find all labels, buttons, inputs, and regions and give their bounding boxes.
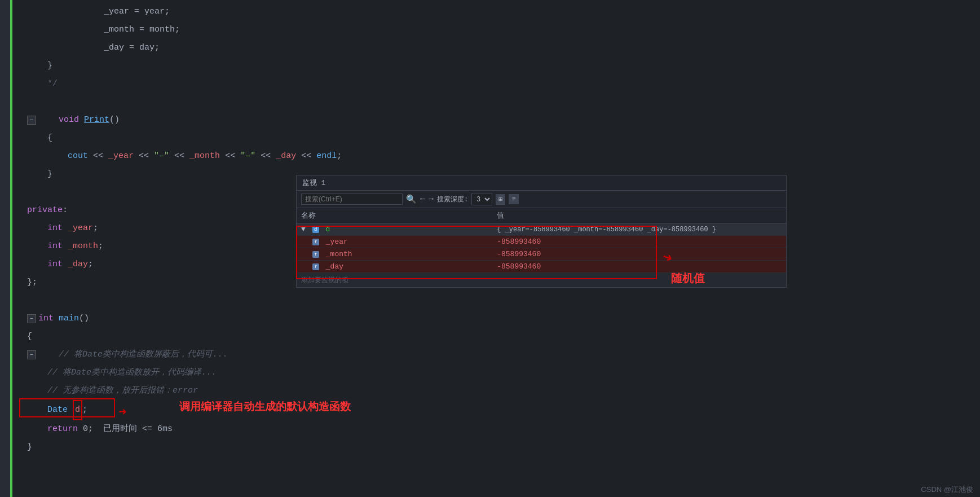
field-icon: f (312, 251, 319, 258)
code-line: _month = month; (27, 21, 980, 39)
expand-icon: ▼ (301, 225, 306, 234)
view-toggle-icon2[interactable]: ≡ (509, 194, 518, 204)
watch-field-name: _day (326, 262, 343, 271)
depth-label: 搜索深度: (437, 195, 468, 204)
code-line: − // 将Date类中构造函数屏蔽后，代码可... (27, 346, 980, 364)
code-line: */ (27, 75, 980, 93)
watch-row-month[interactable]: f _month -858993460 (297, 248, 786, 261)
fold-button[interactable]: − (27, 350, 36, 359)
code-line: // 将Date类中构造函数放开，代码编译... (27, 364, 980, 382)
watch-panel-title: 监视 1 (297, 175, 786, 191)
watch-field-name: _month (326, 250, 352, 258)
code-line: − void Print() (27, 111, 980, 129)
watch-row-value: -858993460 (492, 236, 786, 248)
watch-add-row[interactable]: 添加要监视的项 (297, 273, 786, 287)
watch-field-name: _year (326, 237, 348, 246)
code-line (27, 292, 980, 310)
variable-icon: d (312, 226, 319, 233)
watch-var-name: d (325, 225, 330, 234)
fold-button[interactable]: − (27, 116, 36, 125)
code-line: } (27, 57, 980, 75)
code-line: _year = year; (27, 3, 980, 21)
watch-row-day[interactable]: f _day -858993460 (297, 261, 786, 273)
watch-row-value: -858993460 (492, 248, 786, 261)
watch-row-name: f _day (297, 261, 492, 273)
field-icon: f (312, 239, 319, 245)
field-icon: f (312, 263, 319, 270)
col-name-header: 名称 (297, 208, 492, 223)
code-line: return 0; 已用时间 <= 6ms (27, 420, 980, 438)
code-line: _day = day; (27, 39, 980, 57)
author-footer: CSDN @江池俊 (914, 482, 980, 497)
call-label-text: 调用编译器自动生成的默认构造函数 (179, 399, 351, 414)
watch-row-value: -858993460 (492, 261, 786, 273)
code-line: { (27, 129, 980, 147)
code-line: − int main() (27, 310, 980, 328)
code-line: // 无参构造函数，放开后报错：error (27, 382, 980, 400)
watch-row-value: { _year=-858993460 _month=-858993460 _da… (492, 223, 786, 236)
search-icon: 🔍 (406, 194, 417, 205)
view-toggle-icon[interactable]: ⊞ (496, 194, 505, 205)
code-line: cout << _year << "–" << _month << "–" <<… (27, 147, 980, 165)
arrow-left-icon[interactable]: ← (420, 195, 425, 204)
watch-row-name: f _year (297, 236, 492, 248)
editor-area: _year = year; _month = month; _day = day… (0, 0, 980, 497)
random-value-label: 随机值 (671, 271, 705, 286)
arrow-right-icon[interactable]: → (429, 195, 434, 204)
code-line-date-d: Date d; (27, 400, 980, 420)
watch-panel: 监视 1 🔍 ← → 搜索深度: 3 1 2 5 ⊞ ≡ 名称 值 (296, 175, 787, 288)
watch-table: 名称 值 ▼ d d { _year=-858993460 _month=-85… (297, 208, 786, 273)
col-value-header: 值 (492, 208, 786, 223)
watch-row-name: f _month (297, 248, 492, 261)
code-line: } (27, 438, 980, 456)
code-line: { (27, 328, 980, 346)
watch-toolbar: 🔍 ← → 搜索深度: 3 1 2 5 ⊞ ≡ (297, 191, 786, 208)
depth-select[interactable]: 3 1 2 5 (471, 193, 492, 205)
watch-row-name: ▼ d d (297, 223, 492, 236)
call-label-arrow-icon: ➜ (118, 404, 126, 420)
code-line (27, 93, 980, 111)
green-bar (10, 0, 12, 497)
gutter (0, 0, 10, 497)
fold-button[interactable]: − (27, 314, 36, 323)
watch-row-year[interactable]: f _year -858993460 (297, 236, 786, 248)
watch-row-d[interactable]: ▼ d d { _year=-858993460 _month=-8589934… (297, 223, 786, 236)
watch-search-input[interactable] (301, 193, 403, 205)
